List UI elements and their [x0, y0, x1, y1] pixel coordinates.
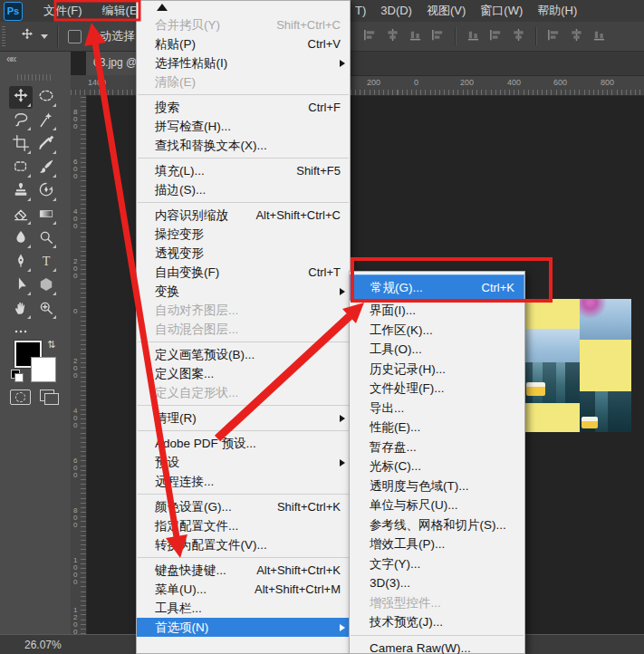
preferences-item-5[interactable]: 文件处理(F)...: [350, 379, 524, 399]
canvas-image: [524, 299, 631, 432]
default-colors-icon[interactable]: [11, 370, 23, 381]
edit-menu-item-22[interactable]: 定义图案...: [137, 364, 350, 383]
preferences-item-19[interactable]: Camera Raw(W)...: [350, 639, 524, 654]
history-brush-tool[interactable]: [34, 180, 58, 203]
edit-menu-item-8[interactable]: 查找和替换文本(X)...: [137, 136, 350, 155]
eraser-tool[interactable]: [9, 204, 33, 226]
menu-item-label: 描边(S)...: [137, 180, 206, 199]
zoom-tool[interactable]: [34, 298, 58, 321]
healing-brush-tool[interactable]: [9, 157, 33, 179]
preferences-item-13[interactable]: 增效工具(P)...: [350, 534, 524, 554]
edit-menu-item-27[interactable]: Adobe PDF 预设...: [137, 434, 350, 453]
edit-menu-item-2[interactable]: 粘贴(P)Ctrl+V: [137, 34, 350, 53]
type-tool[interactable]: T: [34, 251, 58, 274]
distribute-center-icon[interactable]: [570, 28, 583, 45]
menubar-item-left-0[interactable]: 文件(F): [34, 0, 92, 22]
distribute-top-icon[interactable]: [466, 28, 480, 45]
menu-item-label: 搜索: [137, 98, 179, 117]
distribute-bottom-icon[interactable]: [512, 28, 525, 45]
edit-menu-item-29[interactable]: 远程连接...: [137, 472, 350, 491]
align-right-icon[interactable]: [431, 28, 445, 45]
menu-item-label: 填充(L)...: [137, 161, 205, 180]
edit-menu-item-10[interactable]: 填充(L)...Shift+F5: [137, 161, 350, 180]
edit-menu-item-14[interactable]: 操控变形: [137, 225, 350, 244]
swap-colors-icon[interactable]: ⇅: [47, 339, 55, 351]
preferences-item-14[interactable]: 文字(Y)...: [350, 554, 524, 574]
preferences-item-15[interactable]: 3D(3)...: [350, 573, 524, 593]
menu-item-label: 自动混合图层...: [137, 320, 238, 339]
edit-menu-item-11[interactable]: 描边(S)...: [137, 180, 350, 199]
menubar-item-right-2[interactable]: 视图(V): [419, 0, 473, 22]
align-left-icon[interactable]: [386, 28, 399, 45]
preferences-item-6[interactable]: 导出...: [350, 399, 524, 418]
preferences-item-3[interactable]: 工具(O)...: [350, 340, 524, 360]
edit-menu-item-6[interactable]: 搜索Ctrl+F: [137, 98, 350, 117]
tool-preset-picker[interactable]: [20, 27, 48, 45]
edit-menu-item-37[interactable]: 工具栏...: [137, 599, 350, 618]
menu-item-shortcut: Ctrl+T: [308, 263, 341, 282]
preferences-item-8[interactable]: 暂存盘...: [350, 438, 524, 457]
shape-tool[interactable]: [34, 274, 58, 297]
preferences-item-11[interactable]: 单位与标尺(U)...: [350, 495, 524, 515]
edit-menu-item-16[interactable]: 自由变换(F)Ctrl+T: [137, 263, 350, 282]
preferences-item-0[interactable]: 常规(G)...Ctrl+K: [350, 274, 524, 301]
preferences-item-2[interactable]: 工作区(K)...: [350, 321, 524, 341]
background-color-swatch[interactable]: [31, 357, 56, 382]
menu-item-label: 清除(E): [137, 72, 196, 91]
move-tool[interactable]: [9, 86, 33, 109]
edit-menu-item-15[interactable]: 透视变形: [137, 244, 350, 263]
edit-menu-item-17[interactable]: 变换: [137, 282, 350, 301]
ruler-label: 6 0 0: [73, 159, 77, 180]
preferences-item-4[interactable]: 历史记录(H)...: [350, 360, 524, 380]
preferences-item-12[interactable]: 参考线、网格和切片(S)...: [350, 515, 524, 535]
align-center-h-icon[interactable]: [409, 28, 422, 45]
dodge-tool[interactable]: [34, 227, 58, 250]
crop-tool[interactable]: [9, 133, 33, 156]
brush-tool[interactable]: [34, 157, 58, 179]
path-selection-tool[interactable]: [9, 274, 33, 297]
hand-tool[interactable]: [9, 298, 33, 321]
clone-stamp-tool[interactable]: [9, 180, 33, 203]
preferences-item-1[interactable]: 界面(I)...: [350, 301, 524, 321]
edit-menu-item-38[interactable]: 首选项(N): [137, 618, 350, 637]
edit-menu-item-7[interactable]: 拼写检查(H)...: [137, 117, 350, 136]
blur-tool[interactable]: [9, 227, 33, 250]
distribute-middle-icon[interactable]: [489, 28, 503, 45]
menubar-item-right-0[interactable]: T): [348, 0, 373, 22]
menubar-item-right-1[interactable]: 3D(D): [373, 0, 419, 22]
marquee-tool[interactable]: [34, 86, 58, 109]
menu-scroll-up-icon[interactable]: [137, 3, 350, 15]
preferences-item-7[interactable]: 性能(E)...: [350, 418, 524, 438]
menu-item-label: 增效工具(P)...: [350, 534, 445, 554]
menubar-item-right-3[interactable]: 窗口(W): [473, 0, 530, 22]
edit-menu-item-25[interactable]: 清理(R): [137, 409, 350, 428]
menubar-item-right-4[interactable]: 帮助(H): [530, 0, 584, 22]
zoom-icon: [37, 299, 55, 321]
menu-item-label: 透明度与色域(T)...: [350, 476, 469, 496]
pen-tool[interactable]: [9, 251, 33, 274]
edit-menu-item-3[interactable]: 选择性粘贴(I): [137, 53, 350, 72]
lasso-tool[interactable]: [9, 110, 33, 132]
edit-menu-item-35[interactable]: 键盘快捷键...Alt+Shift+Ctrl+K: [137, 561, 350, 580]
screen-mode-icon[interactable]: [40, 390, 54, 401]
quick-mask-icon[interactable]: [10, 390, 31, 405]
preferences-item-10[interactable]: 透明度与色域(T)...: [350, 476, 524, 496]
distribute-left-icon[interactable]: [547, 28, 561, 45]
edit-menu-item-36[interactable]: 菜单(U)...Alt+Shift+Ctrl+M: [137, 580, 350, 599]
distribute-right-icon[interactable]: [592, 28, 606, 45]
gradient-tool[interactable]: [34, 204, 58, 226]
preferences-item-9[interactable]: 光标(C)...: [350, 457, 524, 476]
edit-menu-item-28[interactable]: 预设: [137, 453, 350, 472]
preferences-item-17[interactable]: 技术预览(J)...: [350, 612, 524, 632]
edit-menu-item-32[interactable]: 指定配置文件...: [137, 516, 350, 535]
zoom-level[interactable]: 26.07%: [24, 635, 62, 654]
magic-wand-tool[interactable]: [34, 110, 58, 132]
auto-select-checkbox[interactable]: [68, 30, 82, 43]
edit-menu-item-21[interactable]: 定义画笔预设(B)...: [137, 345, 350, 364]
edit-menu-item-31[interactable]: 颜色设置(G)...Shift+Ctrl+K: [137, 497, 350, 516]
collapse-panel-icon[interactable]: ««: [6, 53, 14, 65]
eyedropper-tool[interactable]: [34, 133, 58, 156]
align-bottom-icon[interactable]: [363, 28, 377, 45]
edit-menu-item-33[interactable]: 转换为配置文件(V)...: [137, 535, 350, 554]
edit-menu-item-13[interactable]: 内容识别缩放Alt+Shift+Ctrl+C: [137, 206, 350, 225]
